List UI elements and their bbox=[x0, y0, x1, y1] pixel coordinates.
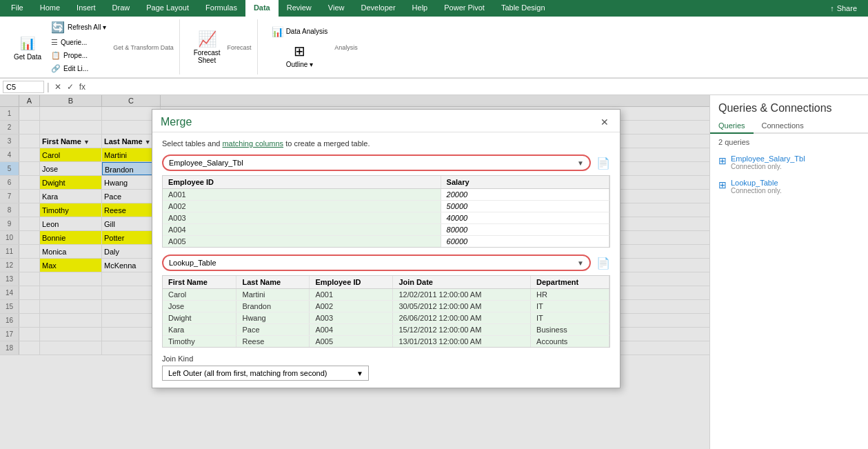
table1-select-wrap: Employee_Salary_Tbl ▼ bbox=[162, 154, 591, 171]
cancel-formula-icon[interactable]: ✕ bbox=[52, 82, 63, 92]
query-name-1[interactable]: Employee_Salary_Tbl bbox=[731, 154, 860, 163]
table1-doc-icon[interactable]: 📄 bbox=[596, 157, 610, 170]
cell-id[interactable]: A005 bbox=[163, 236, 441, 248]
tab-data[interactable]: Data bbox=[245, 0, 279, 17]
table1-select[interactable]: Employee_Salary_Tbl bbox=[162, 154, 591, 171]
properties-icon: 📋 bbox=[51, 51, 61, 60]
dialog-titlebar: Merge ✕ bbox=[152, 110, 620, 132]
table-row: A004 80000 bbox=[163, 224, 609, 236]
query-icon-1: ⊞ bbox=[718, 155, 727, 166]
cell-first[interactable]: Timothy bbox=[163, 336, 236, 348]
tab-file[interactable]: File bbox=[3, 0, 32, 17]
tab-share[interactable]: ↑ Share bbox=[822, 0, 865, 17]
cell-id[interactable]: A001 bbox=[310, 289, 393, 301]
cell-id[interactable]: A005 bbox=[310, 336, 393, 348]
cell-join[interactable]: 13/01/2013 12:00:00 AM bbox=[393, 336, 531, 348]
table-row: Carol Martini A001 12/02/2011 12:00:00 A… bbox=[163, 289, 609, 301]
table2-data-wrap: First Name Last Name Employee ID Join Da… bbox=[162, 275, 610, 348]
cell-last[interactable]: Reese bbox=[236, 336, 310, 348]
tab-page-layout[interactable]: Page Layout bbox=[138, 0, 197, 17]
cell-reference-box[interactable] bbox=[3, 81, 44, 93]
cell-id[interactable]: A004 bbox=[310, 324, 393, 336]
cell-last[interactable]: Hwang bbox=[236, 312, 310, 324]
confirm-formula-icon[interactable]: ✓ bbox=[65, 82, 76, 92]
cell-dept[interactable]: Business bbox=[531, 324, 609, 336]
tab-formulas[interactable]: Formulas bbox=[197, 0, 245, 17]
ribbon-group-analysis: 📊 Data Analysis ⊞ Outline ▾ Analysis bbox=[263, 19, 363, 74]
table2-selector-row: Lookup_Table ▼ 📄 bbox=[162, 255, 610, 271]
query-name-2[interactable]: Lookup_Table bbox=[731, 179, 860, 187]
cell-last[interactable]: Brandon bbox=[236, 301, 310, 312]
cell-first[interactable]: Jose bbox=[163, 301, 236, 312]
cell-join[interactable]: 15/12/2012 12:00:00 AM bbox=[393, 324, 531, 336]
outline-icon: ⊞ bbox=[288, 41, 310, 61]
cell-dept[interactable]: Accounts bbox=[531, 336, 609, 348]
tab-help[interactable]: Help bbox=[404, 0, 436, 17]
data-analysis-button[interactable]: 📊 Data Analysis bbox=[269, 25, 331, 39]
cell-dept[interactable]: IT bbox=[531, 312, 609, 324]
forecast-sheet-button[interactable]: 📈 Forecast Sheet bbox=[191, 28, 223, 66]
queries-connections-panel: Queries & Connections Queries Connection… bbox=[709, 95, 868, 449]
table2-doc-icon[interactable]: 📄 bbox=[596, 257, 610, 270]
tab-developer[interactable]: Developer bbox=[352, 0, 403, 17]
get-data-icon: 📊 bbox=[17, 34, 39, 53]
cell-salary[interactable]: 20000 bbox=[441, 189, 609, 201]
cell-id[interactable]: A003 bbox=[163, 212, 441, 224]
cell-salary[interactable]: 50000 bbox=[441, 201, 609, 212]
panel-tabs: Queries Connections bbox=[710, 119, 868, 134]
query-item-info-2: Lookup_Table Connection only. bbox=[731, 179, 860, 194]
edit-links-button[interactable]: 🔗 Edit Li... bbox=[48, 63, 109, 74]
table2-select-wrap: Lookup_Table ▼ bbox=[162, 255, 591, 271]
join-kind-select-wrap: Left Outer (all from first, matching fro… bbox=[162, 366, 369, 381]
ribbon-tab-bar: File Home Insert Draw Page Layout Formul… bbox=[0, 0, 868, 17]
cell-id[interactable]: A002 bbox=[163, 201, 441, 212]
join-kind-select[interactable]: Left Outer (all from first, matching fro… bbox=[162, 366, 369, 381]
tab-queries[interactable]: Queries bbox=[710, 119, 754, 134]
tab-home[interactable]: Home bbox=[32, 0, 68, 17]
table-row: Timothy Reese A005 13/01/2013 12:00:00 A… bbox=[163, 336, 609, 348]
tab-connections[interactable]: Connections bbox=[754, 119, 812, 132]
properties-button[interactable]: 📋 Prope... bbox=[48, 50, 109, 61]
table-row: A003 40000 bbox=[163, 212, 609, 224]
col-first-name: First Name bbox=[163, 276, 236, 289]
cell-first[interactable]: Dwight bbox=[163, 312, 236, 324]
cell-id[interactable]: A002 bbox=[310, 301, 393, 312]
tab-insert[interactable]: Insert bbox=[68, 0, 104, 17]
forecast-icon: 📈 bbox=[196, 30, 218, 49]
links-icon: 🔗 bbox=[51, 64, 61, 73]
cell-salary[interactable]: 80000 bbox=[441, 224, 609, 236]
table1-data-wrap: Employee ID Salary A001 20000 bbox=[162, 175, 610, 248]
tab-table-design[interactable]: Table Design bbox=[493, 0, 554, 17]
data-analysis-icon: 📊 bbox=[272, 26, 283, 37]
table2-select[interactable]: Lookup_Table bbox=[162, 255, 591, 271]
get-data-button[interactable]: 📊 Get Data bbox=[11, 32, 44, 62]
tab-review[interactable]: Review bbox=[279, 0, 320, 17]
insert-function-icon[interactable]: fx bbox=[77, 82, 88, 92]
cell-join[interactable]: 26/06/2012 12:00:00 AM bbox=[393, 312, 531, 324]
cell-join[interactable]: 12/02/2011 12:00:00 AM bbox=[393, 289, 531, 301]
cell-first[interactable]: Carol bbox=[163, 289, 236, 301]
cell-id[interactable]: A001 bbox=[163, 189, 441, 201]
tab-power-pivot[interactable]: Power Pivot bbox=[436, 0, 493, 17]
cell-id[interactable]: A004 bbox=[163, 224, 441, 236]
cell-first[interactable]: Kara bbox=[163, 324, 236, 336]
outline-button[interactable]: ⊞ Outline ▾ bbox=[269, 40, 331, 70]
cell-id[interactable]: A003 bbox=[310, 312, 393, 324]
cell-salary[interactable]: 60000 bbox=[441, 236, 609, 248]
cell-join[interactable]: 30/05/2012 12:00:00 AM bbox=[393, 301, 531, 312]
cell-last[interactable]: Pace bbox=[236, 324, 310, 336]
formula-separator: | bbox=[47, 81, 50, 92]
matching-columns-link[interactable]: matching columns bbox=[222, 139, 283, 148]
table2-data: First Name Last Name Employee ID Join Da… bbox=[163, 276, 609, 347]
cell-last[interactable]: Martini bbox=[236, 289, 310, 301]
tab-view[interactable]: View bbox=[320, 0, 353, 17]
formula-input[interactable] bbox=[90, 83, 865, 91]
tab-draw[interactable]: Draw bbox=[104, 0, 139, 17]
dialog-close-button[interactable]: ✕ bbox=[598, 115, 612, 129]
refresh-all-button[interactable]: 🔄 Refresh All ▾ bbox=[48, 19, 109, 35]
cell-dept[interactable]: IT bbox=[531, 301, 609, 312]
table-row: Kara Pace A004 15/12/2012 12:00:00 AM Bu… bbox=[163, 324, 609, 336]
cell-dept[interactable]: HR bbox=[531, 289, 609, 301]
queries-connections-button[interactable]: ☰ Querie... bbox=[48, 37, 109, 48]
cell-salary[interactable]: 40000 bbox=[441, 212, 609, 224]
